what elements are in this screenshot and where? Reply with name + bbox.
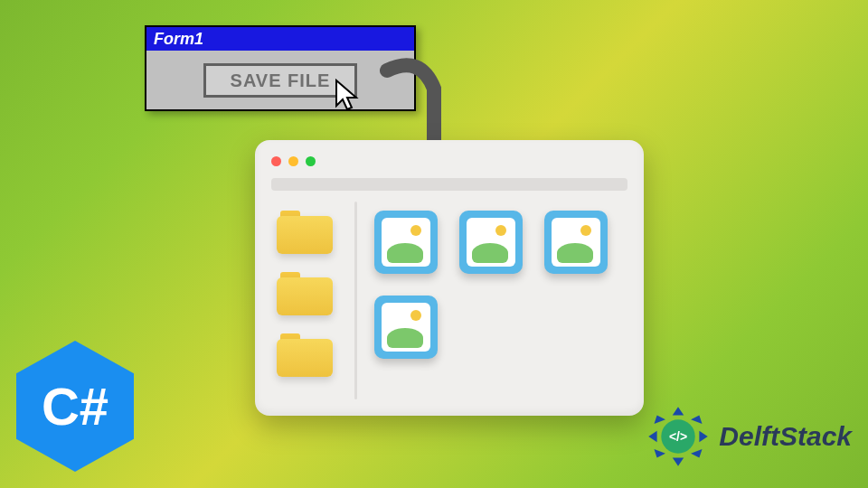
form1-window: Form1 SAVE FILE <box>145 25 416 111</box>
delftstack-badge-icon: </> <box>643 401 713 472</box>
save-file-button[interactable]: SAVE FILE <box>203 63 357 98</box>
folder-icon[interactable] <box>277 272 333 315</box>
save-file-label: SAVE FILE <box>231 70 331 91</box>
folder-icon[interactable] <box>277 211 333 254</box>
image-file-icon[interactable] <box>374 211 438 274</box>
image-file-icon[interactable] <box>374 296 438 359</box>
minimize-icon[interactable] <box>288 156 298 166</box>
folder-icon[interactable] <box>277 333 333 377</box>
csharp-label: C# <box>42 376 108 436</box>
window-title: Form1 <box>154 30 203 49</box>
close-icon[interactable] <box>271 156 281 166</box>
sidebar-divider <box>354 202 357 399</box>
file-grid <box>374 211 608 359</box>
titlebar: Form1 <box>146 27 414 51</box>
delftstack-logo: </> DelftStack <box>643 401 852 472</box>
toolbar <box>271 178 627 191</box>
image-file-icon[interactable] <box>459 211 523 274</box>
svg-text:</>: </> <box>669 429 687 444</box>
file-explorer-window <box>255 140 644 416</box>
maximize-icon[interactable] <box>306 156 316 166</box>
traffic-lights <box>271 156 316 166</box>
csharp-logo: C# <box>16 341 134 472</box>
cursor-icon <box>331 79 363 115</box>
sidebar <box>277 211 333 377</box>
delftstack-brand-text: DelftStack <box>719 421 852 452</box>
image-file-icon[interactable] <box>544 211 608 274</box>
